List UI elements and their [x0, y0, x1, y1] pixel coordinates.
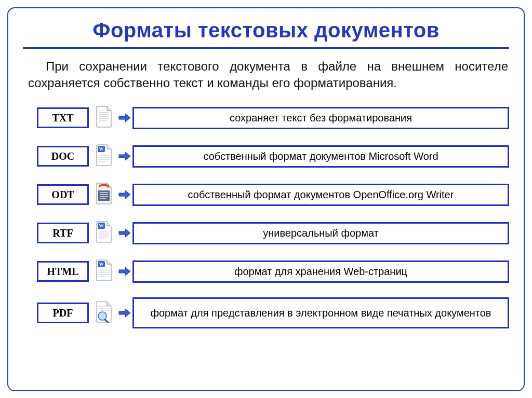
- arrow-icon: [117, 308, 132, 318]
- format-description: сохраняет текст без форматирования: [132, 107, 509, 129]
- format-code: ODT: [37, 184, 89, 205]
- format-description: собственный формат документов OpenOffice…: [132, 184, 509, 206]
- arrow-icon: [117, 113, 132, 123]
- format-description: формат для представления в электронном в…: [132, 297, 509, 328]
- formats-list: TXT сохраняет текст без форматирования D…: [8, 95, 524, 328]
- format-code: HTML: [37, 261, 89, 282]
- svg-rect-11: [98, 190, 110, 201]
- format-row-html: HTML W формат для хранения Web-страниц: [37, 259, 509, 284]
- lead-paragraph: При сохранении текстового документа в фа…: [8, 49, 524, 95]
- format-description: универсальный формат: [132, 222, 509, 244]
- svg-point-31: [98, 312, 107, 320]
- slide-title: Форматы текстовых документов: [8, 8, 524, 46]
- format-code: TXT: [37, 107, 89, 128]
- arrow-icon: [117, 266, 132, 277]
- arrow-icon: [117, 151, 132, 161]
- svg-text:W: W: [99, 262, 104, 267]
- arrow-icon: [117, 228, 132, 238]
- format-code: DOC: [37, 146, 89, 167]
- doc-file-icon: W: [92, 221, 116, 245]
- format-code: RTF: [37, 223, 89, 243]
- txt-file-icon: [92, 105, 116, 130]
- odt-file-icon: [92, 182, 116, 207]
- doc-file-icon: W: [92, 259, 116, 284]
- pdf-file-icon: [92, 300, 116, 325]
- svg-text:W: W: [99, 146, 104, 152]
- arrow-icon: [117, 189, 132, 200]
- format-row-odt: ODT собственный формат документов OpenOf…: [37, 182, 509, 207]
- format-code: PDF: [37, 303, 89, 323]
- format-row-pdf: PDF формат для представления в электронн…: [37, 297, 509, 328]
- doc-file-icon: W: [92, 144, 116, 169]
- svg-text:W: W: [99, 223, 104, 228]
- format-description: формат для хранения Web-страниц: [132, 260, 509, 283]
- format-description: собственный формат документов Microsoft …: [132, 145, 509, 168]
- slide-frame: Форматы текстовых документов При сохране…: [7, 7, 525, 391]
- format-row-rtf: RTF W универсальный формат: [37, 221, 509, 245]
- format-row-txt: TXT сохраняет текст без форматирования: [37, 105, 509, 130]
- format-row-doc: DOC W собственный формат документов Micr…: [37, 144, 509, 169]
